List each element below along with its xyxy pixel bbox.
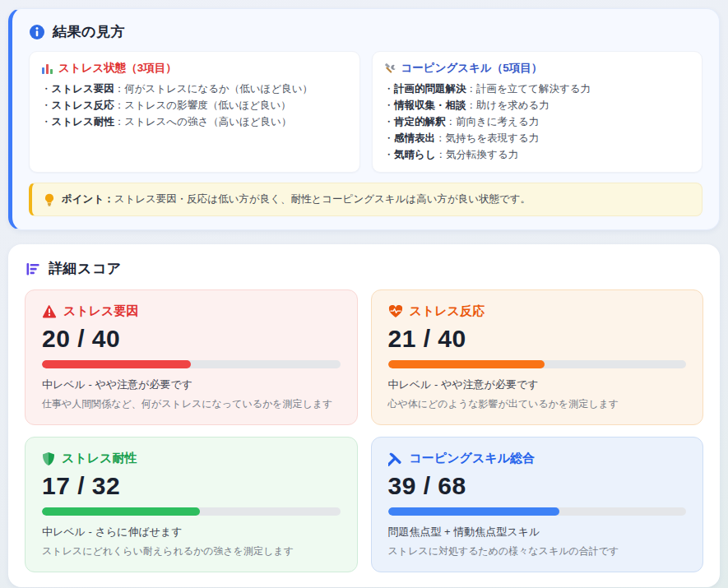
legend-boxes: ストレス状態（3項目） ストレス要因：何がストレスになるか（低いほど良い） スト… bbox=[29, 51, 702, 173]
score-card-title: ストレス要因 bbox=[63, 303, 138, 319]
score-card-stress-tolerance: ストレス耐性 17 / 32 中レベル - さらに伸ばせます ストレスにどれくら… bbox=[25, 437, 358, 572]
score-description: 仕事や人間関係など、何がストレスになっているかを測定します bbox=[42, 397, 341, 411]
score-level-text: 中レベル - さらに伸ばせます bbox=[42, 525, 341, 539]
list-item: ストレス要因：何がストレスになるか（低いほど良い） bbox=[41, 81, 348, 97]
score-value: 20 / 40 bbox=[42, 325, 341, 353]
progress-fill bbox=[42, 360, 191, 368]
shield-icon bbox=[42, 451, 55, 466]
list-item: 情報収集・相談：助けを求める力 bbox=[384, 97, 691, 113]
progress-bar bbox=[388, 507, 687, 516]
score-description: ストレスにどれくらい耐えられるかの強さを測定します bbox=[42, 544, 341, 558]
stress-state-box-title-row: ストレス状態（3項目） bbox=[41, 61, 348, 76]
score-card-stress-reactions: ストレス反応 21 / 40 中レベル - やや注意が必要です 心や体にどのよう… bbox=[371, 289, 704, 425]
score-card-title-row: コーピングスキル総合 bbox=[388, 451, 687, 466]
score-card-title: コーピングスキル総合 bbox=[410, 451, 535, 466]
results-guide-card: 結果の見方 ストレス状態（3項目） ストレス要因：何がストレスになるか（低いほど… bbox=[8, 8, 720, 230]
results-guide-title: 結果の見方 bbox=[53, 22, 125, 41]
point-note: ポイント：ストレス要因・反応は低い方が良く、耐性とコーピングスキルは高い方が良い… bbox=[29, 183, 702, 216]
results-guide-header: 結果の見方 bbox=[29, 22, 702, 41]
warning-triangle-icon bbox=[42, 304, 57, 318]
score-card-title: ストレス耐性 bbox=[62, 451, 137, 466]
heart-pulse-icon bbox=[388, 305, 403, 318]
point-text: ポイント：ストレス要因・反応は低い方が良く、耐性とコーピングスキルは高い方が良い… bbox=[62, 192, 531, 206]
score-description: ストレスに対処するための様々なスキルの合計です bbox=[388, 544, 687, 558]
score-value: 17 / 32 bbox=[42, 472, 341, 500]
progress-bar bbox=[388, 360, 687, 368]
progress-bar bbox=[42, 507, 341, 516]
coping-skills-box: コーピングスキル（5項目） 計画的問題解決：計画を立てて解決する力 情報収集・相… bbox=[372, 51, 703, 173]
stress-state-box: ストレス状態（3項目） ストレス要因：何がストレスになるか（低いほど良い） スト… bbox=[29, 51, 360, 173]
score-card-stress-factors: ストレス要因 20 / 40 中レベル - やや注意が必要です 仕事や人間関係な… bbox=[25, 289, 358, 425]
lightbulb-icon bbox=[44, 193, 55, 206]
score-level-text: 中レベル - やや注意が必要です bbox=[388, 377, 687, 392]
stress-state-box-title: ストレス状態（3項目） bbox=[58, 61, 177, 76]
score-cards-grid: ストレス要因 20 / 40 中レベル - やや注意が必要です 仕事や人間関係な… bbox=[25, 289, 703, 572]
progress-bar bbox=[42, 360, 341, 368]
stress-state-list: ストレス要因：何がストレスになるか（低いほど良い） ストレス反応：ストレスの影響… bbox=[41, 81, 348, 130]
score-description: 心や体にどのような影響が出ているかを測定します bbox=[388, 397, 687, 411]
horizontal-bar-chart-icon bbox=[25, 261, 41, 277]
score-level-text: 中レベル - やや注意が必要です bbox=[42, 377, 341, 392]
crossed-tools-icon bbox=[388, 451, 403, 466]
progress-fill bbox=[388, 360, 545, 368]
list-item: 気晴らし：気分転換する力 bbox=[384, 146, 691, 163]
bar-chart-icon bbox=[41, 63, 53, 75]
list-item: ストレス反応：ストレスの影響度（低いほど良い） bbox=[41, 97, 348, 113]
list-item: ストレス耐性：ストレスへの強さ（高いほど良い） bbox=[41, 113, 348, 130]
score-level-text: 問題焦点型 + 情動焦点型スキル bbox=[388, 525, 687, 539]
detailed-scores-card: 詳細スコア ストレス要因 20 / 40 中レベル - やや注意が必要です 仕事 bbox=[8, 244, 720, 587]
progress-fill bbox=[42, 507, 200, 516]
coping-skills-box-title-row: コーピングスキル（5項目） bbox=[384, 61, 691, 76]
hammer-wrench-icon bbox=[384, 63, 396, 75]
detailed-scores-header: 詳細スコア bbox=[25, 259, 703, 278]
point-label: ポイント： bbox=[62, 193, 114, 205]
list-item: 計画的問題解決：計画を立てて解決する力 bbox=[384, 81, 691, 97]
score-card-title: ストレス反応 bbox=[410, 303, 485, 319]
coping-skills-list: 計画的問題解決：計画を立てて解決する力 情報収集・相談：助けを求める力 肯定的解… bbox=[384, 81, 691, 163]
info-icon bbox=[29, 24, 45, 40]
score-card-title-row: ストレス要因 bbox=[42, 303, 341, 319]
score-card-title-row: ストレス反応 bbox=[388, 303, 687, 319]
coping-skills-box-title: コーピングスキル（5項目） bbox=[401, 61, 543, 76]
score-card-title-row: ストレス耐性 bbox=[42, 451, 341, 466]
progress-fill bbox=[388, 507, 559, 516]
list-item: 感情表出：気持ちを表現する力 bbox=[384, 130, 691, 146]
score-value: 39 / 68 bbox=[388, 472, 687, 500]
score-card-coping-total: コーピングスキル総合 39 / 68 問題焦点型 + 情動焦点型スキル ストレス… bbox=[371, 437, 704, 572]
score-value: 21 / 40 bbox=[388, 325, 687, 353]
detailed-scores-title: 詳細スコア bbox=[49, 259, 122, 278]
list-item: 肯定的解釈：前向きに考える力 bbox=[384, 113, 691, 130]
